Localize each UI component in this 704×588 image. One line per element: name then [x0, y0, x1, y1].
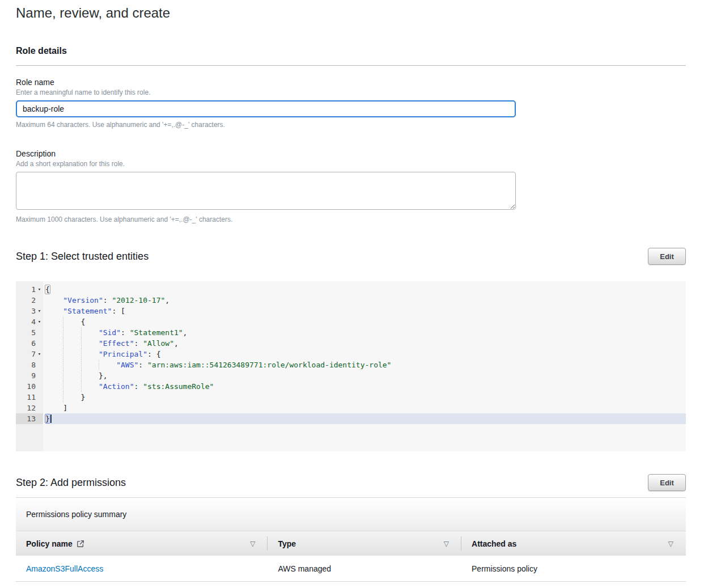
trust-policy-editor[interactable]: 1▾23▾4▾567▾8910111213 {"Version": "2012-…	[16, 281, 686, 451]
description-help: Add a short explanation for this role.	[16, 160, 686, 168]
step1-header-row: Step 1: Select trusted entities Edit	[16, 248, 686, 265]
editor-line-number: 4▾	[16, 316, 43, 327]
indent-guide	[81, 359, 99, 370]
indent-guide	[63, 316, 80, 327]
indent-guide	[45, 327, 63, 338]
indent-guide	[81, 381, 99, 392]
editor-code-line[interactable]: "Effect": "Allow",	[45, 338, 686, 349]
indent-guide	[45, 349, 63, 359]
editor-line-number: 11	[16, 392, 43, 403]
editor-code-line[interactable]: },	[45, 370, 686, 381]
policy-table-header: Policy name▽Type▽Attached as▽	[16, 531, 686, 556]
step1-edit-button[interactable]: Edit	[648, 248, 686, 265]
editor-code-line[interactable]: "Principal": {	[45, 349, 686, 359]
column-header-label: Policy name	[26, 539, 73, 548]
role-details-heading: Role details	[16, 45, 686, 56]
editor-line-number: 1▾	[16, 284, 43, 295]
step2-heading: Step 2: Add permissions	[16, 476, 126, 489]
role-name-constraint: Maximum 64 characters. Use alphanumeric …	[16, 121, 686, 129]
editor-code-line[interactable]: "AWS": "arn:aws:iam::541263489771:role/w…	[45, 359, 686, 370]
column-header-label: Attached as	[472, 539, 516, 548]
editor-line-number: 13	[16, 413, 43, 424]
indent-guide	[63, 370, 80, 381]
fold-toggle-icon[interactable]: ▾	[36, 349, 43, 359]
column-header-type[interactable]: Type▽	[268, 531, 461, 556]
step2-edit-button[interactable]: Edit	[648, 474, 686, 491]
editor-code-line[interactable]: "Action": "sts:AssumeRole"	[45, 381, 686, 392]
code-token: {	[45, 285, 50, 294]
editor-code-area[interactable]: {"Version": "2012-10-17","Statement": [{…	[43, 281, 686, 451]
name-review-create-page: Name, review, and create Role details Ro…	[0, 0, 704, 582]
editor-code-line[interactable]: }	[45, 413, 686, 424]
code-token: "sts:AssumeRole"	[143, 382, 214, 391]
indent-guide	[45, 306, 63, 316]
indent-guide	[45, 403, 63, 413]
code-token: {	[81, 318, 86, 326]
editor-code-line[interactable]: }	[45, 392, 686, 403]
column-header-attached-as[interactable]: Attached as▽	[461, 531, 686, 556]
policy-name-cell: AmazonS3FullAccess	[16, 556, 268, 581]
code-token: "Statement1"	[130, 328, 183, 337]
policy-table-body: AmazonS3FullAccessAWS managedPermissions…	[16, 556, 686, 582]
text-cursor	[50, 414, 52, 423]
sort-down-icon: ▽	[250, 540, 255, 548]
editor-code-line[interactable]: "Statement": [	[45, 306, 686, 316]
indent-guide	[99, 359, 116, 370]
code-token: "Version"	[63, 296, 103, 304]
code-token: ,	[165, 296, 169, 304]
step2-header-row: Step 2: Add permissions Edit	[16, 474, 686, 491]
code-token: "2012-10-17"	[112, 296, 165, 304]
code-token: "Allow"	[143, 339, 174, 348]
indent-guide	[63, 338, 80, 349]
fold-toggle-icon[interactable]: ▾	[36, 284, 43, 295]
code-token: ,	[174, 339, 179, 348]
attached-as-cell: Permissions policy	[461, 556, 686, 581]
editor-gutter: 1▾23▾4▾567▾8910111213	[16, 281, 43, 451]
fold-toggle-icon[interactable]: ▾	[36, 316, 43, 327]
permissions-panel-title: Permissions policy summary	[26, 510, 126, 519]
description-constraint: Maximum 1000 characters. Use alphanumeri…	[16, 215, 686, 224]
indent-guide	[45, 370, 63, 381]
editor-code-line[interactable]: "Version": "2012-10-17",	[45, 295, 686, 306]
fold-toggle-icon[interactable]: ▾	[36, 306, 43, 316]
code-token: "Principal"	[99, 350, 147, 358]
code-token: }	[81, 393, 86, 401]
indent-guide	[45, 316, 63, 327]
code-token: : {	[147, 350, 160, 358]
code-token: "Sid"	[99, 328, 121, 337]
role-name-help: Enter a meaningful name to identify this…	[16, 88, 686, 97]
editor-line-number: 7▾	[16, 349, 43, 359]
column-header-policy-name[interactable]: Policy name▽	[16, 531, 268, 556]
step1-heading: Step 1: Select trusted entities	[16, 249, 149, 263]
editor-code-line[interactable]: {	[45, 316, 686, 327]
description-textarea[interactable]	[16, 172, 516, 210]
code-token: "Action"	[99, 382, 134, 391]
sort-down-icon: ▽	[444, 540, 449, 548]
page-title: Name, review, and create	[16, 5, 686, 22]
code-token: ]	[63, 404, 67, 412]
table-row: AmazonS3FullAccessAWS managedPermissions…	[16, 556, 686, 582]
role-name-field: Role name Enter a meaningful name to ide…	[16, 77, 686, 129]
role-name-input[interactable]	[16, 100, 516, 117]
description-label: Description	[16, 149, 686, 159]
editor-code-line[interactable]: {	[45, 284, 686, 295]
indent-guide	[45, 359, 63, 370]
indent-guide	[63, 392, 80, 403]
indent-guide	[81, 349, 99, 359]
code-token: "Statement"	[63, 307, 112, 315]
code-token: ,	[183, 328, 188, 337]
editor-code-line[interactable]: "Sid": "Statement1",	[45, 327, 686, 338]
editor-line-number: 12	[16, 403, 43, 413]
editor-code-line[interactable]: ]	[45, 403, 686, 413]
indent-guide	[81, 338, 99, 349]
policy-name-link[interactable]: AmazonS3FullAccess	[26, 564, 103, 573]
editor-line-number: 5	[16, 327, 43, 338]
editor-line-number: 10	[16, 381, 43, 392]
code-token: :	[134, 382, 143, 391]
code-token: "AWS"	[116, 361, 138, 369]
policy-type-cell: AWS managed	[268, 556, 461, 581]
indent-guide	[81, 370, 99, 381]
sort-down-icon: ▽	[668, 540, 673, 548]
indent-guide	[63, 349, 80, 359]
editor-line-number: 9	[16, 370, 43, 381]
